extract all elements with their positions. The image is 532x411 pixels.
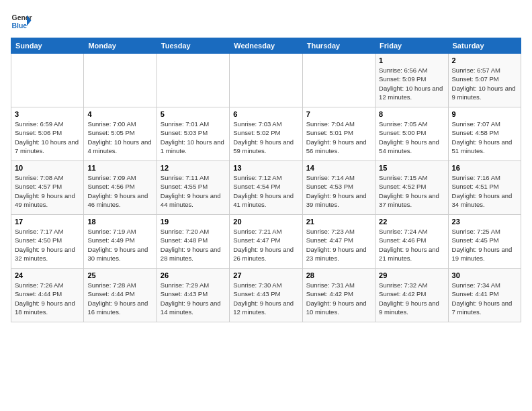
day-cell: [84, 54, 157, 107]
day-cell: 16Sunrise: 7:16 AM Sunset: 4:51 PM Dayli…: [448, 161, 521, 215]
day-number: 13: [233, 164, 298, 172]
day-cell: [302, 54, 375, 107]
day-cell: 5Sunrise: 7:01 AM Sunset: 5:03 PM Daylig…: [157, 107, 229, 161]
day-number: 30: [452, 271, 517, 279]
logo-icon: General Blue: [11, 11, 32, 32]
header-cell-saturday: Saturday: [448, 38, 521, 54]
day-number: 12: [161, 164, 226, 172]
day-cell: 25Sunrise: 7:28 AM Sunset: 4:44 PM Dayli…: [84, 269, 157, 322]
header-cell-thursday: Thursday: [302, 38, 375, 54]
day-number: 25: [87, 271, 152, 279]
day-info: Sunrise: 7:17 AM Sunset: 4:50 PM Dayligh…: [15, 227, 80, 263]
day-cell: 15Sunrise: 7:15 AM Sunset: 4:52 PM Dayli…: [375, 161, 448, 215]
day-info: Sunrise: 7:20 AM Sunset: 4:48 PM Dayligh…: [161, 227, 226, 263]
calendar-table: SundayMondayTuesdayWednesdayThursdayFrid…: [11, 38, 521, 322]
day-cell: 26Sunrise: 7:29 AM Sunset: 4:43 PM Dayli…: [157, 269, 229, 322]
day-number: 11: [87, 164, 152, 172]
day-info: Sunrise: 6:57 AM Sunset: 5:07 PM Dayligh…: [452, 66, 517, 101]
day-cell: 23Sunrise: 7:25 AM Sunset: 4:45 PM Dayli…: [448, 215, 521, 269]
day-number: 28: [306, 271, 371, 279]
day-cell: 6Sunrise: 7:03 AM Sunset: 5:02 PM Daylig…: [230, 107, 302, 161]
day-info: Sunrise: 7:32 AM Sunset: 4:42 PM Dayligh…: [379, 281, 444, 316]
week-row-2: 10Sunrise: 7:08 AM Sunset: 4:57 PM Dayli…: [11, 161, 521, 215]
day-cell: 22Sunrise: 7:24 AM Sunset: 4:46 PM Dayli…: [375, 215, 448, 269]
day-cell: 18Sunrise: 7:19 AM Sunset: 4:49 PM Dayli…: [84, 215, 157, 269]
day-info: Sunrise: 7:05 AM Sunset: 5:00 PM Dayligh…: [379, 120, 444, 155]
week-row-3: 17Sunrise: 7:17 AM Sunset: 4:50 PM Dayli…: [11, 215, 521, 269]
header: General Blue: [11, 11, 521, 32]
day-number: 6: [233, 110, 298, 118]
day-number: 14: [306, 164, 371, 172]
day-number: 7: [306, 110, 371, 118]
day-info: Sunrise: 7:34 AM Sunset: 4:41 PM Dayligh…: [452, 281, 517, 316]
day-info: Sunrise: 7:14 AM Sunset: 4:53 PM Dayligh…: [306, 173, 371, 209]
day-cell: [157, 54, 229, 107]
day-number: 18: [87, 218, 152, 226]
day-cell: 1Sunrise: 6:56 AM Sunset: 5:09 PM Daylig…: [375, 54, 448, 107]
day-number: 1: [379, 56, 444, 64]
day-number: 20: [233, 218, 298, 226]
day-number: 4: [87, 110, 152, 118]
day-info: Sunrise: 7:08 AM Sunset: 4:57 PM Dayligh…: [15, 173, 80, 209]
day-number: 21: [306, 218, 371, 226]
day-number: 5: [161, 110, 226, 118]
day-info: Sunrise: 7:25 AM Sunset: 4:45 PM Dayligh…: [452, 227, 517, 263]
day-number: 10: [15, 164, 80, 172]
day-number: 16: [452, 164, 517, 172]
day-cell: 19Sunrise: 7:20 AM Sunset: 4:48 PM Dayli…: [157, 215, 229, 269]
day-info: Sunrise: 6:59 AM Sunset: 5:06 PM Dayligh…: [15, 120, 80, 155]
day-info: Sunrise: 7:26 AM Sunset: 4:44 PM Dayligh…: [15, 281, 80, 316]
day-cell: 14Sunrise: 7:14 AM Sunset: 4:53 PM Dayli…: [302, 161, 375, 215]
day-info: Sunrise: 7:19 AM Sunset: 4:49 PM Dayligh…: [87, 227, 152, 263]
day-info: Sunrise: 7:12 AM Sunset: 4:54 PM Dayligh…: [233, 173, 298, 209]
day-cell: [11, 54, 84, 107]
day-cell: 4Sunrise: 7:00 AM Sunset: 5:05 PM Daylig…: [84, 107, 157, 161]
day-info: Sunrise: 7:01 AM Sunset: 5:03 PM Dayligh…: [161, 120, 226, 155]
week-row-4: 24Sunrise: 7:26 AM Sunset: 4:44 PM Dayli…: [11, 269, 521, 322]
day-info: Sunrise: 7:00 AM Sunset: 5:05 PM Dayligh…: [87, 120, 152, 155]
day-cell: 30Sunrise: 7:34 AM Sunset: 4:41 PM Dayli…: [448, 269, 521, 322]
logo: General Blue: [11, 11, 32, 32]
week-row-1: 3Sunrise: 6:59 AM Sunset: 5:06 PM Daylig…: [11, 107, 521, 161]
day-cell: 7Sunrise: 7:04 AM Sunset: 5:01 PM Daylig…: [302, 107, 375, 161]
day-info: Sunrise: 7:29 AM Sunset: 4:43 PM Dayligh…: [161, 281, 226, 316]
day-number: 29: [379, 271, 444, 279]
day-cell: 3Sunrise: 6:59 AM Sunset: 5:06 PM Daylig…: [11, 107, 84, 161]
day-cell: 10Sunrise: 7:08 AM Sunset: 4:57 PM Dayli…: [11, 161, 84, 215]
day-info: Sunrise: 7:11 AM Sunset: 4:55 PM Dayligh…: [161, 173, 226, 209]
day-cell: [230, 54, 302, 107]
day-cell: 13Sunrise: 7:12 AM Sunset: 4:54 PM Dayli…: [230, 161, 302, 215]
day-info: Sunrise: 7:30 AM Sunset: 4:43 PM Dayligh…: [233, 281, 298, 316]
calendar-body: 1Sunrise: 6:56 AM Sunset: 5:09 PM Daylig…: [11, 54, 521, 322]
day-info: Sunrise: 7:04 AM Sunset: 5:01 PM Dayligh…: [306, 120, 371, 155]
svg-text:Blue: Blue: [12, 22, 28, 30]
day-info: Sunrise: 7:23 AM Sunset: 4:47 PM Dayligh…: [306, 227, 371, 263]
day-cell: 27Sunrise: 7:30 AM Sunset: 4:43 PM Dayli…: [230, 269, 302, 322]
day-number: 17: [15, 218, 80, 226]
day-number: 15: [379, 164, 444, 172]
day-cell: 28Sunrise: 7:31 AM Sunset: 4:42 PM Dayli…: [302, 269, 375, 322]
day-info: Sunrise: 7:28 AM Sunset: 4:44 PM Dayligh…: [87, 281, 152, 316]
day-info: Sunrise: 7:21 AM Sunset: 4:47 PM Dayligh…: [233, 227, 298, 263]
day-cell: 2Sunrise: 6:57 AM Sunset: 5:07 PM Daylig…: [448, 54, 521, 107]
header-cell-wednesday: Wednesday: [230, 38, 302, 54]
day-cell: 24Sunrise: 7:26 AM Sunset: 4:44 PM Dayli…: [11, 269, 84, 322]
day-info: Sunrise: 7:15 AM Sunset: 4:52 PM Dayligh…: [379, 173, 444, 209]
day-cell: 29Sunrise: 7:32 AM Sunset: 4:42 PM Dayli…: [375, 269, 448, 322]
day-number: 27: [233, 271, 298, 279]
day-info: Sunrise: 7:16 AM Sunset: 4:51 PM Dayligh…: [452, 173, 517, 209]
day-number: 23: [452, 218, 517, 226]
day-cell: 9Sunrise: 7:07 AM Sunset: 4:58 PM Daylig…: [448, 107, 521, 161]
day-info: Sunrise: 6:56 AM Sunset: 5:09 PM Dayligh…: [379, 66, 444, 101]
day-number: 22: [379, 218, 444, 226]
day-cell: 11Sunrise: 7:09 AM Sunset: 4:56 PM Dayli…: [84, 161, 157, 215]
header-row: SundayMondayTuesdayWednesdayThursdayFrid…: [11, 38, 521, 54]
day-cell: 20Sunrise: 7:21 AM Sunset: 4:47 PM Dayli…: [230, 215, 302, 269]
day-info: Sunrise: 7:24 AM Sunset: 4:46 PM Dayligh…: [379, 227, 444, 263]
header-cell-friday: Friday: [375, 38, 448, 54]
day-cell: 12Sunrise: 7:11 AM Sunset: 4:55 PM Dayli…: [157, 161, 229, 215]
header-cell-tuesday: Tuesday: [157, 38, 229, 54]
day-cell: 8Sunrise: 7:05 AM Sunset: 5:00 PM Daylig…: [375, 107, 448, 161]
day-number: 8: [379, 110, 444, 118]
day-info: Sunrise: 7:31 AM Sunset: 4:42 PM Dayligh…: [306, 281, 371, 316]
